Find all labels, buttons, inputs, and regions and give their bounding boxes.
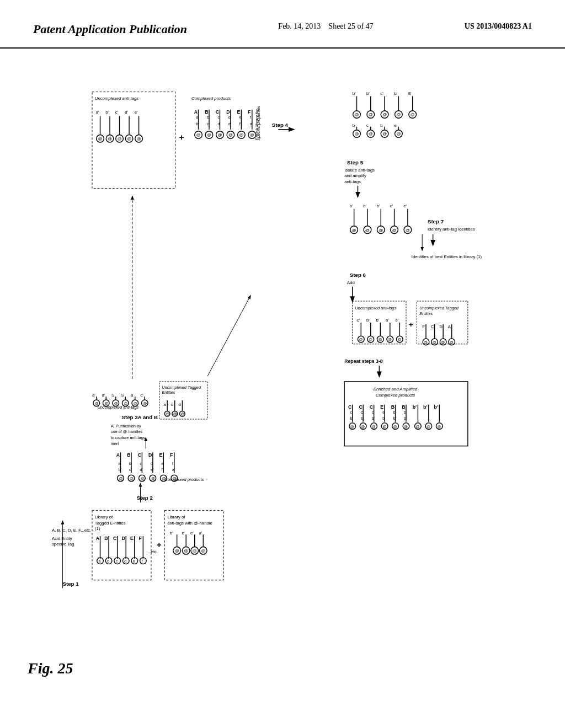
svg-text:F: F [139, 536, 142, 541]
svg-text:Tagged E-ntities: Tagged E-ntities [95, 521, 126, 526]
svg-text:F: F [422, 324, 425, 329]
svg-text:@: @ [378, 338, 382, 341]
svg-text:@: @ [114, 402, 118, 405]
svg-text:a': a' [96, 110, 99, 115]
svg-text:b': b' [105, 110, 109, 115]
svg-text:b': b' [196, 122, 199, 126]
svg-text:c': c' [390, 204, 393, 208]
svg-text:@: @ [162, 477, 166, 480]
svg-text:a': a' [92, 393, 95, 398]
svg-text:@: @ [355, 131, 359, 136]
svg-text:@: @ [98, 136, 103, 141]
svg-text:@: @ [424, 340, 428, 344]
svg-text:+: + [409, 320, 413, 329]
svg-text:Library of: Library of [167, 515, 185, 520]
svg-text:@: @ [441, 340, 445, 344]
svg-text:@: @ [437, 425, 441, 429]
svg-text:Uncomplexed Tagged: Uncomplexed Tagged [419, 306, 459, 311]
svg-text:@: @ [369, 112, 373, 117]
svg-text:@: @ [359, 338, 363, 341]
svg-text:a: a [99, 559, 101, 563]
svg-text:specific Tag: specific Tag [52, 542, 74, 547]
svg-text:b': b' [350, 416, 353, 420]
publication-date: Feb. 14, 2013 [278, 22, 321, 30]
svg-text:Uncomplexed anti-tags: Uncomplexed anti-tags [355, 306, 397, 311]
svg-text:c: c [350, 410, 353, 414]
svg-text:b': b' [404, 416, 407, 420]
svg-text:d: d [151, 462, 153, 465]
svg-text:@: @ [369, 338, 372, 341]
svg-text:d: d [179, 402, 181, 407]
svg-text:@: @ [365, 228, 370, 233]
svg-text:@: @ [239, 132, 243, 137]
svg-text:d': d' [218, 122, 221, 126]
svg-text:F: F [170, 452, 173, 458]
svg-text:c: c [171, 402, 173, 407]
svg-text:b': b' [377, 204, 380, 208]
svg-text:@: @ [124, 402, 127, 405]
svg-text:e': e' [135, 110, 138, 115]
svg-text:A: A [448, 324, 451, 329]
svg-text:@: @ [95, 402, 99, 405]
svg-text:a: a [163, 402, 166, 407]
svg-text:@: @ [393, 425, 397, 429]
svg-text:b': b' [423, 404, 427, 410]
svg-text:E: E [159, 452, 163, 458]
svg-text:@: @ [218, 132, 222, 137]
svg-text:c': c' [129, 468, 132, 472]
svg-text:b: b [129, 462, 131, 465]
svg-text:@: @ [104, 402, 108, 405]
svg-text:@: @ [180, 412, 184, 416]
svg-text:@: @ [416, 425, 420, 429]
svg-text:@: @ [207, 132, 211, 137]
svg-text:B: B [391, 404, 395, 410]
svg-text:@: @ [382, 112, 387, 117]
publication-title: Patent Application Publication [33, 22, 187, 36]
svg-text:b': b' [386, 318, 389, 323]
svg-text:@: @ [196, 132, 201, 137]
svg-text:+: + [179, 132, 184, 142]
svg-text:@: @ [173, 477, 177, 480]
svg-text:@: @ [411, 112, 415, 117]
svg-text:A, B, C, D, E, F...etc.: A, B, C, D, E, F...etc. [52, 528, 91, 533]
svg-text:@: @ [250, 132, 254, 137]
svg-text:C: C [138, 452, 142, 458]
svg-text:@: @ [396, 112, 401, 117]
svg-text:Step 2: Step 2 [137, 495, 153, 501]
svg-text:Library of: Library of [95, 515, 113, 520]
svg-text:C: C [359, 404, 363, 410]
svg-text:@: @ [372, 425, 376, 429]
svg-text:e: e [161, 462, 163, 465]
svg-text:f: f [141, 559, 142, 563]
svg-text:Uncomplexed anti-tags: Uncomplexed anti-tags [95, 96, 139, 101]
svg-text:c: c [140, 462, 142, 465]
svg-text:@: @ [134, 402, 137, 405]
svg-text:f': f' [239, 122, 241, 126]
svg-text:d': d' [102, 393, 105, 398]
svg-text:b: b [207, 115, 209, 119]
svg-text:e': e' [396, 318, 399, 323]
svg-text:C: C [113, 536, 117, 541]
svg-text:@: @ [361, 425, 365, 429]
svg-text:E: E [380, 404, 383, 410]
svg-text:B: B [127, 452, 130, 458]
svg-text:a: a [131, 393, 134, 398]
svg-text:b': b' [350, 204, 353, 208]
svg-text:b': b' [382, 416, 385, 420]
svg-text:c: c [372, 410, 374, 414]
svg-text:Complexed products: Complexed products [164, 477, 204, 482]
svg-text:to capture anti-tags: to capture anti-tags [111, 435, 146, 440]
svg-text:b': b' [366, 91, 370, 96]
svg-text:B: B [104, 536, 108, 541]
svg-text:@: @ [404, 425, 408, 429]
svg-text:b': b' [395, 91, 398, 96]
svg-text:b': b' [393, 416, 396, 420]
svg-text:anti-tags: anti-tags [344, 179, 361, 184]
svg-text:b': b' [363, 204, 366, 208]
svg-text:@: @ [433, 340, 436, 344]
svg-text:Step 5: Step 5 [347, 159, 364, 165]
svg-text:Identify anti-tag identities: Identify anti-tag identities [428, 227, 475, 232]
page-header: Patent Application Publication Feb. 14, … [0, 0, 565, 49]
svg-text:C: C [348, 404, 352, 410]
svg-text:Entities: Entities [162, 390, 175, 395]
